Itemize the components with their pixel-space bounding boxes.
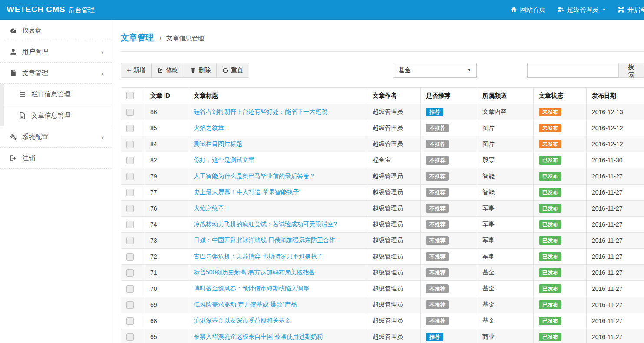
row-checkbox[interactable] xyxy=(126,141,134,148)
sidebar-item-system-config[interactable]: 系统配置 › xyxy=(0,126,112,148)
row-checkbox[interactable] xyxy=(126,109,134,116)
recommend-badge[interactable]: 不推荐 xyxy=(426,172,449,181)
row-checkbox[interactable] xyxy=(126,173,134,180)
article-title-link[interactable]: 冷战核动力飞机的疯狂尝试：若试验成功可无限滞空? xyxy=(194,221,337,228)
recommend-badge[interactable]: 不推荐 xyxy=(426,300,449,309)
row-checkbox[interactable] xyxy=(126,189,134,196)
recommend-badge[interactable]: 推荐 xyxy=(426,108,443,116)
row-checkbox[interactable] xyxy=(126,205,134,212)
status-badge[interactable]: 已发布 xyxy=(539,172,561,181)
article-title-link[interactable]: 古巴导弹危机：美苏博弈 卡斯特罗只不过是棋子 xyxy=(194,253,323,260)
recommend-badge[interactable]: 不推荐 xyxy=(426,156,449,165)
recommend-badge[interactable]: 不推荐 xyxy=(426,236,449,245)
recommend-badge[interactable]: 不推荐 xyxy=(426,252,449,261)
sidebar-item-article-management[interactable]: 文章管理 › xyxy=(0,63,112,84)
nav-fullscreen[interactable]: 开启全屏 xyxy=(618,6,644,14)
recommend-badge[interactable]: 不推荐 xyxy=(426,188,449,197)
article-title-link[interactable]: 火焰之纹章 xyxy=(194,204,224,211)
recommend-cell: 不推荐 xyxy=(421,281,477,297)
sidebar-item-column-info-management[interactable]: 栏目信息管理 xyxy=(0,84,112,105)
recommend-badge[interactable]: 不推荐 xyxy=(426,140,449,148)
status-badge[interactable]: 已发布 xyxy=(539,188,561,197)
article-id-cell: 86 xyxy=(145,104,188,120)
row-checkbox[interactable] xyxy=(126,221,134,228)
article-id-cell: 76 xyxy=(145,201,188,217)
status-badge[interactable]: 已发布 xyxy=(539,220,561,229)
article-title-cell: 沪港深基金以及深市受益股相关基金 xyxy=(188,313,367,329)
status-cell: 未发布 xyxy=(534,104,587,120)
recommend-cell: 不推荐 xyxy=(421,136,477,152)
table-row: 79 人工智能为什么是奥巴马毕业前的最后答卷？ 超级管理员 不推荐 智能 已发布… xyxy=(121,168,644,185)
row-select-cell xyxy=(121,329,145,343)
recommend-badge[interactable]: 不推荐 xyxy=(426,284,449,293)
row-checkbox[interactable] xyxy=(126,333,134,341)
status-badge[interactable]: 已发布 xyxy=(539,333,561,341)
status-badge[interactable]: 已发布 xyxy=(539,300,561,309)
article-title-cell: 冷战核动力飞机的疯狂尝试：若试验成功可无限滞空? xyxy=(188,217,367,233)
select-all-checkbox[interactable] xyxy=(126,92,134,99)
recommend-badge[interactable]: 不推荐 xyxy=(426,268,449,277)
article-title-link[interactable]: 日媒：中国开辟北冰洋航线 日俄拟加强远东防卫合作 xyxy=(194,237,335,244)
recommend-badge[interactable]: 不推荐 xyxy=(426,317,449,325)
search-input[interactable] xyxy=(527,63,619,78)
article-title-link[interactable]: 测试栏目图片标题 xyxy=(194,140,242,147)
status-badge[interactable]: 已发布 xyxy=(539,268,561,277)
status-badge[interactable]: 未发布 xyxy=(539,124,561,132)
article-title-link[interactable]: 人工智能为什么是奥巴马毕业前的最后答卷？ xyxy=(194,172,315,179)
status-badge[interactable]: 未发布 xyxy=(539,140,561,148)
nav-site-home[interactable]: 网站首页 xyxy=(510,6,545,14)
row-checkbox[interactable] xyxy=(126,253,134,261)
status-badge[interactable]: 已发布 xyxy=(539,156,561,165)
sidebar-item-dashboard[interactable]: 仪表盘 xyxy=(0,20,112,41)
article-id-cell: 72 xyxy=(145,249,188,265)
search-button[interactable]: 搜索 xyxy=(618,63,644,78)
sidebar-item-label: 系统配置 xyxy=(22,133,48,141)
table-row: 86 硅谷看到特朗普上台还有些好处：能省下一大笔税 超级管理员 推荐 文章内容 … xyxy=(121,104,644,120)
article-title-link[interactable]: 沪港深基金以及深市受益股相关基金 xyxy=(194,317,291,324)
recommend-badge[interactable]: 推荐 xyxy=(426,333,443,341)
channel-cell: 基金 xyxy=(477,265,534,281)
sidebar-item-article-info-management[interactable]: 文章信息管理 xyxy=(0,105,112,126)
row-checkbox[interactable] xyxy=(126,269,134,277)
article-title-link[interactable]: 博时基金魏凤春：预计债市短期或陷入调整 xyxy=(194,285,309,292)
publish-date-cell: 2016-11-27 xyxy=(587,281,644,297)
row-checkbox[interactable] xyxy=(126,157,134,164)
status-badge[interactable]: 未发布 xyxy=(539,108,561,116)
channel-filter-select[interactable]: 基金 ▼ xyxy=(393,63,477,78)
sidebar-item-logout[interactable]: 注销 xyxy=(0,148,112,169)
add-button[interactable]: + 新增 xyxy=(121,63,152,78)
article-author-cell: 超级管理员 xyxy=(367,281,421,297)
edit-button[interactable]: 修改 xyxy=(151,63,184,78)
status-badge[interactable]: 已发布 xyxy=(539,252,561,261)
row-checkbox[interactable] xyxy=(126,285,134,293)
reset-button[interactable]: 重置 xyxy=(216,63,249,78)
delete-button[interactable]: 删除 xyxy=(184,63,217,78)
recommend-badge[interactable]: 不推荐 xyxy=(426,204,449,213)
recommend-badge[interactable]: 不推荐 xyxy=(426,220,449,229)
row-checkbox[interactable] xyxy=(126,237,134,244)
row-checkbox[interactable] xyxy=(126,301,134,309)
row-checkbox[interactable] xyxy=(126,317,134,325)
article-title-link[interactable]: 被禁入华澳乳企老板来自中国 被曝使用过期奶粉 xyxy=(194,333,323,340)
article-table-header: 文章 ID 文章标题 文章作者 是否推荐 所属频道 文章状态 发布日期 xyxy=(121,88,644,104)
table-row: 68 沪港深基金以及深市受益股相关基金 超级管理员 不推荐 基金 已发布 201… xyxy=(121,313,644,329)
article-title-link[interactable]: 标普500创历史新高 易方达加码布局美股指基 xyxy=(194,269,315,276)
sidebar-item-user-management[interactable]: 用户管理 › xyxy=(0,41,112,63)
row-select-cell xyxy=(121,185,145,201)
article-author-cell: 超级管理员 xyxy=(367,265,421,281)
article-title-link[interactable]: 硅谷看到特朗普上台还有些好处：能省下一大笔税 xyxy=(194,108,327,115)
article-title-link[interactable]: 史上最大屏幕！牛人打造“苹果智能镜子” xyxy=(194,188,301,195)
article-title-link[interactable]: 火焰之纹章 xyxy=(194,124,224,131)
nav-admin-menu[interactable]: 超级管理员 ▼ xyxy=(557,6,606,14)
status-badge[interactable]: 已发布 xyxy=(539,284,561,293)
status-badge[interactable]: 已发布 xyxy=(539,236,561,245)
recommend-badge[interactable]: 不推荐 xyxy=(426,124,449,132)
article-title-link[interactable]: 低风险需求驱动 定开债基成“爆款”产品 xyxy=(194,301,297,308)
row-checkbox[interactable] xyxy=(126,125,134,132)
recommend-cell: 不推荐 xyxy=(421,313,477,329)
article-title-link[interactable]: 你好，这个是测试文章 xyxy=(194,156,254,163)
article-title-cell: 日媒：中国开辟北冰洋航线 日俄拟加强远东防卫合作 xyxy=(188,233,367,249)
status-badge[interactable]: 已发布 xyxy=(539,317,561,325)
chevron-right-icon: › xyxy=(101,69,104,77)
status-badge[interactable]: 已发布 xyxy=(539,204,561,213)
